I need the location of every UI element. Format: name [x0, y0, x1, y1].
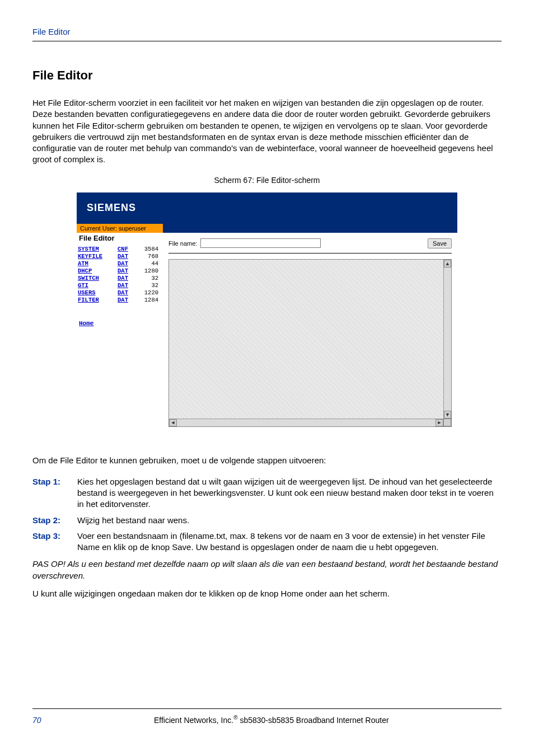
registered-icon: ® [233, 715, 237, 721]
file-list: SYSTEM CNF 3584 KEYFILE DAT 768 ATM [77, 246, 160, 304]
current-user-bar: Current User: superuser [77, 224, 163, 233]
file-size: 32 [135, 275, 160, 282]
page-number: 70 [32, 716, 41, 725]
filename-label: File name: [168, 240, 197, 247]
step-label: Stap 2: [32, 515, 66, 526]
running-header: File Editor [32, 27, 502, 41]
divider [168, 253, 452, 253]
file-row[interactable]: USERS DAT 1220 [77, 289, 160, 297]
step-label: Stap 1: [32, 476, 66, 510]
screenshot-figure: SIEMENS Current User: superuser File Edi… [77, 192, 457, 433]
horizontal-scrollbar[interactable]: ◄ ► [169, 419, 443, 426]
page-footer: 70 Efficient Networks, Inc.® sb5830-sb58… [32, 708, 502, 725]
file-size: 32 [135, 282, 160, 289]
file-name-link[interactable]: USERS [77, 289, 116, 297]
step-row: Stap 3: Voer een bestandsnaam in (filena… [32, 530, 502, 553]
scroll-down-icon[interactable]: ▼ [444, 411, 451, 419]
file-row[interactable]: KEYFILE DAT 768 [77, 253, 160, 260]
file-size: 1280 [135, 267, 160, 275]
file-name-link[interactable]: GTI [77, 282, 116, 289]
steps-leadin: Om de File Editor te kunnen gebruiken, m… [32, 455, 502, 466]
footer-product: sb5830-sb5835 Broadband Internet Router [238, 716, 389, 725]
file-name-link[interactable]: SYSTEM [77, 246, 116, 253]
file-row[interactable]: GTI DAT 32 [77, 282, 160, 289]
file-row[interactable]: SYSTEM CNF 3584 [77, 246, 160, 253]
file-row[interactable]: FILTER DAT 1284 [77, 297, 160, 304]
footer-company: Efficient Networks, Inc. [154, 716, 233, 725]
file-row[interactable]: DHCP DAT 1280 [77, 267, 160, 275]
file-name-link[interactable]: KEYFILE [77, 253, 116, 260]
section-title: File Editor [32, 68, 502, 83]
home-link[interactable]: Home [79, 320, 93, 327]
file-ext: DAT [116, 297, 135, 304]
file-size: 1284 [135, 297, 160, 304]
main-pane: File name: Save ▲ ▼ ◄ ► [163, 233, 457, 433]
file-ext: DAT [116, 282, 135, 289]
figure-caption: Scherm 67: File Editor-scherm [32, 176, 502, 185]
file-row[interactable]: SWITCH DAT 32 [77, 275, 160, 282]
scroll-corner [443, 419, 451, 426]
app-header: SIEMENS [77, 192, 457, 224]
file-name-link[interactable]: SWITCH [77, 275, 116, 282]
file-ext: CNF [116, 246, 135, 253]
file-ext: DAT [116, 275, 135, 282]
footer-text: Efficient Networks, Inc.® sb5830-sb5835 … [154, 715, 389, 725]
file-size: 3584 [135, 246, 160, 253]
save-button[interactable]: Save [428, 238, 452, 248]
file-ext: DAT [116, 260, 135, 267]
step-label: Stap 3: [32, 530, 66, 553]
step-text: Voer een bestandsnaam in (filename.txt, … [77, 530, 502, 553]
editor-textarea[interactable]: ▲ ▼ ◄ ► [168, 259, 452, 427]
sidebar: File Editor SYSTEM CNF 3584 KEYFILE DAT [77, 233, 163, 433]
file-size: 1220 [135, 289, 160, 297]
file-ext: DAT [116, 253, 135, 260]
file-name-link[interactable]: ATM [77, 260, 116, 267]
sidebar-title: File Editor [77, 234, 160, 246]
siemens-logo: SIEMENS [87, 202, 136, 214]
file-size: 768 [135, 253, 160, 260]
file-name-link[interactable]: DHCP [77, 267, 116, 275]
file-row[interactable]: ATM DAT 44 [77, 260, 160, 267]
scroll-up-icon[interactable]: ▲ [444, 260, 451, 267]
step-row: Stap 2: Wijzig het bestand naar wens. [32, 515, 502, 526]
file-ext: DAT [116, 289, 135, 297]
step-row: Stap 1: Kies het opgeslagen bestand dat … [32, 476, 502, 510]
intro-paragraph: Het File Editor-scherm voorziet in een f… [32, 97, 502, 166]
warning-note: PAS OP! Als u een bestand met dezelfde n… [32, 558, 502, 581]
closing-paragraph: U kunt alle wijzigingen ongedaan maken d… [32, 588, 502, 599]
scroll-left-icon[interactable]: ◄ [169, 419, 177, 426]
step-text: Kies het opgeslagen bestand dat u wilt g… [77, 476, 502, 510]
file-name-link[interactable]: FILTER [77, 297, 116, 304]
scroll-right-icon[interactable]: ► [435, 419, 443, 426]
steps-list: Stap 1: Kies het opgeslagen bestand dat … [32, 476, 502, 553]
filename-input[interactable] [200, 238, 321, 248]
file-ext: DAT [116, 267, 135, 275]
vertical-scrollbar[interactable]: ▲ ▼ [443, 260, 451, 419]
file-size: 44 [135, 260, 160, 267]
step-text: Wijzig het bestand naar wens. [77, 515, 502, 526]
